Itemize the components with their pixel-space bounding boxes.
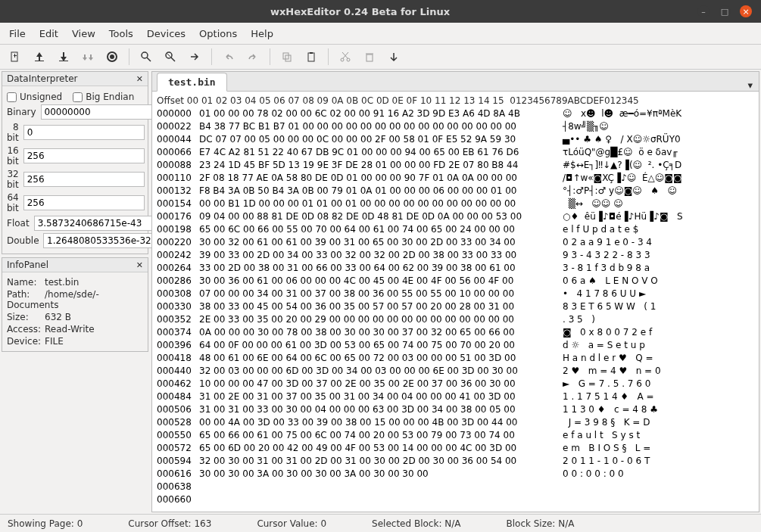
svg-rect-3 xyxy=(35,61,44,61)
status-page: Showing Page: 0 xyxy=(8,518,83,529)
svg-rect-20 xyxy=(366,54,373,61)
hex-row[interactable]: 000506 31 00 31 00 33 00 30 00 04 00 00 … xyxy=(157,403,754,416)
replace-button[interactable] xyxy=(160,47,181,67)
info-panel-title: InfoPanel xyxy=(7,260,48,270)
close-button[interactable]: × xyxy=(740,5,752,17)
hex-row[interactable]: 000066 E7 4C A2 81 51 22 40 67 DB 9C 01 … xyxy=(157,146,754,159)
bit64-label: 64 bit xyxy=(7,192,19,213)
menu-options[interactable]: Options xyxy=(199,28,237,39)
bit64-input[interactable] xyxy=(23,195,145,210)
menu-help[interactable]: Help xyxy=(251,28,273,39)
menu-view[interactable]: View xyxy=(72,28,95,39)
info-access-label: Access: xyxy=(7,324,45,334)
bit8-input[interactable] xyxy=(23,125,145,140)
float-input[interactable] xyxy=(34,216,155,231)
svg-rect-2 xyxy=(14,54,15,58)
hex-row[interactable]: 000352 2E 00 33 00 35 00 20 00 29 00 00 … xyxy=(157,313,754,326)
save-as-button[interactable] xyxy=(77,47,98,67)
svg-point-16 xyxy=(341,58,344,61)
hex-row[interactable]: 000418 48 00 61 00 6E 00 64 00 6C 00 65 … xyxy=(157,352,754,365)
close-file-button[interactable] xyxy=(101,47,123,67)
unsigned-checkbox[interactable] xyxy=(7,92,17,102)
hex-row[interactable]: 000572 65 00 6D 00 20 00 42 00 49 00 4F … xyxy=(157,442,754,455)
statusbar: Showing Page: 0 Cursor Offset: 163 Curso… xyxy=(0,514,761,532)
window-title: wxHexEditor 0.24 Beta for Linux xyxy=(23,6,697,17)
bit16-input[interactable] xyxy=(23,148,145,163)
minimize-button[interactable]: – xyxy=(697,5,710,17)
status-selected-block: Selected Block: N/A xyxy=(372,518,460,529)
double-input[interactable] xyxy=(43,233,164,248)
undo-button[interactable] xyxy=(218,47,239,67)
hex-row[interactable]: 000616 30 00 30 00 3A 00 30 00 30 00 3A … xyxy=(157,468,754,481)
hex-row[interactable]: 000396 64 00 0F 00 00 00 61 00 3D 00 53 … xyxy=(157,339,754,352)
hex-row[interactable]: 000132 F8 B4 3A 0B 50 B4 3A 0B 00 79 01 … xyxy=(157,185,754,198)
svg-line-10 xyxy=(171,58,175,61)
tabbar: test.bin ▾ xyxy=(152,72,759,92)
find-button[interactable] xyxy=(136,47,157,67)
goto-button[interactable] xyxy=(184,47,205,67)
copy-button[interactable] xyxy=(276,47,298,67)
svg-point-17 xyxy=(347,58,350,61)
menu-edit[interactable]: Edit xyxy=(39,28,58,39)
status-block-size: Block Size: N/A xyxy=(506,518,574,529)
menubar: File Edit View Tools Devices Options Hel… xyxy=(0,23,761,44)
info-size-value: 632 B xyxy=(45,312,71,322)
hex-header-row: Offset 00 01 02 03 04 05 06 07 08 09 0A … xyxy=(157,95,754,107)
svg-line-8 xyxy=(147,58,151,61)
svg-rect-4 xyxy=(59,61,68,61)
hex-row[interactable]: 000176 09 04 00 00 88 81 DE 0D 08 82 DE … xyxy=(157,210,754,223)
info-name-label: Name: xyxy=(7,277,45,288)
tab-testbin[interactable]: test.bin xyxy=(157,73,227,92)
menu-tools[interactable]: Tools xyxy=(109,28,133,39)
hex-row[interactable]: 000220 30 00 32 00 61 00 61 00 39 00 31 … xyxy=(157,236,754,249)
hex-row[interactable]: 000550 65 00 66 00 61 00 75 00 6C 00 74 … xyxy=(157,429,754,442)
hex-row[interactable]: 000462 10 00 00 00 47 00 3D 00 37 00 2E … xyxy=(157,378,754,390)
hex-row[interactable]: 000286 30 00 36 00 61 00 06 00 00 00 4C … xyxy=(157,275,754,288)
hex-row[interactable]: 000594 32 00 30 00 31 00 31 00 2D 00 31 … xyxy=(157,455,754,468)
tab-dropdown-icon[interactable]: ▾ xyxy=(741,79,759,91)
hex-row[interactable]: 000660 xyxy=(157,493,754,506)
hex-row[interactable]: 000264 33 00 2D 00 38 00 31 00 66 00 33 … xyxy=(157,262,754,275)
menu-file[interactable]: File xyxy=(9,28,26,39)
info-path-label: Path: xyxy=(7,289,45,300)
info-panel-close-icon[interactable]: ✕ xyxy=(136,260,143,270)
hex-row[interactable]: 000330 38 00 33 00 45 00 54 00 36 00 35 … xyxy=(157,300,754,313)
maximize-button[interactable]: □ xyxy=(719,5,731,17)
paste-button[interactable] xyxy=(301,47,322,67)
hex-row[interactable]: 000088 23 24 1D 45 BF 5D 13 19 9E 3F DE … xyxy=(157,159,754,172)
titlebar: wxHexEditor 0.24 Beta for Linux – □ × xyxy=(0,0,761,23)
hex-row[interactable]: 000638 xyxy=(157,481,754,493)
delete-button[interactable] xyxy=(359,47,380,67)
data-interpreter-close-icon[interactable]: ✕ xyxy=(136,74,143,84)
toolbar xyxy=(0,44,761,70)
bigendian-checkbox[interactable] xyxy=(73,92,83,102)
save-file-button[interactable] xyxy=(53,47,74,67)
float-label: Float xyxy=(7,218,30,229)
open-file-button[interactable] xyxy=(29,47,50,67)
hex-row[interactable]: 000528 00 00 4A 00 3D 00 33 00 39 00 38 … xyxy=(157,416,754,429)
cut-button[interactable] xyxy=(335,47,356,67)
hex-row[interactable]: 000440 32 00 03 00 00 00 6D 00 3D 00 34 … xyxy=(157,365,754,378)
hex-row[interactable]: 000000 01 00 00 00 78 02 00 00 6C 02 00 … xyxy=(157,107,754,120)
hex-row[interactable]: 000242 39 00 33 00 2D 00 34 00 33 00 32 … xyxy=(157,249,754,262)
hex-row[interactable]: 000110 2F 08 18 77 AE 0A 58 80 DE 0D 01 … xyxy=(157,172,754,185)
new-file-button[interactable] xyxy=(5,47,26,67)
insert-button[interactable] xyxy=(383,47,404,67)
bit32-input[interactable] xyxy=(23,172,145,187)
binary-input[interactable] xyxy=(41,104,162,120)
hex-view[interactable]: Offset 00 01 02 03 04 05 06 07 08 09 0A … xyxy=(152,92,759,512)
hex-row[interactable]: 000308 07 00 00 00 34 00 31 00 37 00 38 … xyxy=(157,288,754,300)
hex-editor: test.bin ▾ Offset 00 01 02 03 04 05 06 0… xyxy=(151,71,759,512)
menu-devices[interactable]: Devices xyxy=(147,28,186,39)
redo-button[interactable] xyxy=(242,47,264,67)
bit32-label: 32 bit xyxy=(7,169,19,190)
hex-row[interactable]: 000154 00 00 B1 1D 00 00 00 01 01 00 01 … xyxy=(157,198,754,210)
hex-row[interactable]: 000198 65 00 6C 00 66 00 55 00 70 00 64 … xyxy=(157,223,754,236)
double-label: Double xyxy=(7,235,39,246)
hex-row[interactable]: 000374 0A 00 00 00 30 00 78 00 38 00 30 … xyxy=(157,326,754,339)
hex-row[interactable]: 000044 DC 07 07 00 05 00 00 00 0C 00 00 … xyxy=(157,133,754,146)
data-interpreter-panel: DataInterpreter ✕ Unsigned Big Endian Bi… xyxy=(2,71,148,254)
hex-row[interactable]: 000484 31 00 2E 00 31 00 37 00 35 00 31 … xyxy=(157,390,754,403)
status-cursor-value: Cursor Value: 0 xyxy=(257,518,326,529)
hex-row[interactable]: 000022 B4 38 77 BC B1 B7 01 00 00 00 00 … xyxy=(157,120,754,133)
